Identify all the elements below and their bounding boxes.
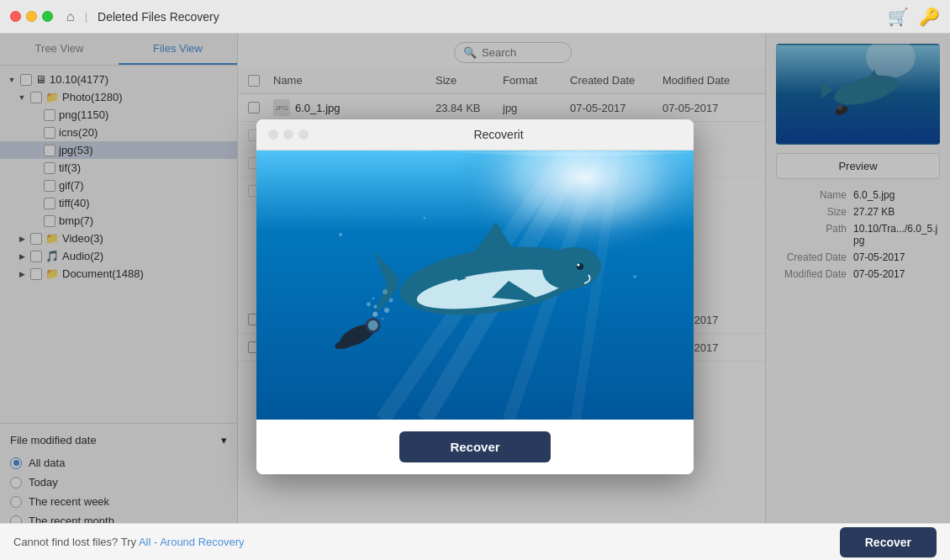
title-bar: ⌂ | Deleted Files Recovery 🛒 🔑 [0, 0, 950, 34]
cart-icon[interactable]: 🛒 [888, 7, 909, 27]
svg-point-35 [384, 308, 389, 313]
svg-point-14 [424, 217, 426, 219]
separator: | [85, 10, 87, 23]
svg-point-13 [339, 233, 342, 236]
key-icon[interactable]: 🔑 [919, 7, 940, 27]
bottom-message-text: Cannot find lost files? Try [13, 536, 136, 548]
maximize-button[interactable] [42, 11, 53, 22]
traffic-lights [10, 11, 53, 22]
modal-title: Recoverit [315, 128, 682, 141]
modal-titlebar: Recoverit [256, 119, 694, 151]
modal-image [256, 151, 694, 420]
minimize-button[interactable] [26, 11, 37, 22]
svg-point-36 [389, 298, 393, 303]
svg-point-16 [382, 318, 384, 320]
modal-maximize[interactable] [298, 129, 309, 140]
modal-footer: Recover [256, 420, 694, 474]
title-actions: 🛒 🔑 [888, 7, 940, 27]
svg-point-37 [383, 289, 388, 294]
modal-minimize[interactable] [283, 129, 293, 140]
modal-overlay[interactable]: Recoverit [0, 34, 950, 560]
main-recover-button[interactable]: Recover [840, 527, 937, 557]
modal-recover-button[interactable]: Recover [399, 431, 550, 462]
around-recovery-link[interactable]: All - Around Recovery [139, 536, 245, 548]
app-title: Deleted Files Recovery [98, 10, 219, 24]
modal-traffic-lights [268, 129, 309, 140]
bottom-message: Cannot find lost files? Try All - Around… [13, 536, 245, 548]
svg-point-22 [578, 264, 580, 267]
svg-point-17 [633, 275, 636, 278]
bottom-bar: Cannot find lost files? Try All - Around… [0, 523, 950, 560]
home-icon[interactable]: ⌂ [66, 9, 75, 24]
modal: Recoverit [256, 119, 694, 474]
modal-close[interactable] [268, 129, 278, 140]
close-button[interactable] [10, 11, 21, 22]
